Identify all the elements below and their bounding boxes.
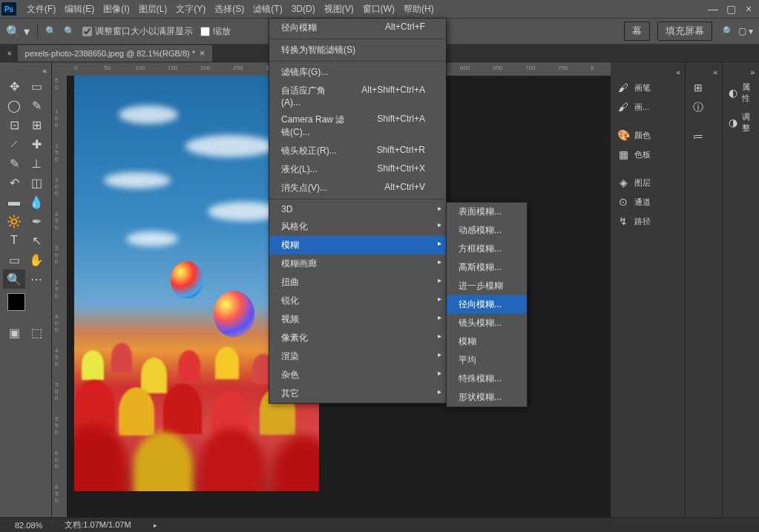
blur-item[interactable]: 形状模糊... <box>447 388 527 407</box>
menu-file[interactable]: 文件(F) <box>22 1 60 18</box>
eyedropper-tool[interactable]: ⟋ <box>3 134 25 154</box>
quickmask-tool[interactable]: ▣ <box>3 323 25 342</box>
minimize-button[interactable]: — <box>704 2 722 16</box>
filter-item[interactable]: 模糊 <box>269 236 446 254</box>
blur-item[interactable]: 进一步模糊 <box>447 277 527 295</box>
healing-tool[interactable]: ✚ <box>25 134 47 154</box>
list-icon[interactable]: ≔ <box>686 127 722 146</box>
zoom-out-icon[interactable]: 🔍 <box>64 26 75 36</box>
filter-item[interactable]: Camera Raw 滤镜(C)...Shift+Ctrl+A <box>269 111 446 142</box>
path-tool[interactable]: ↖ <box>25 231 47 250</box>
collapse-icon[interactable]: » <box>723 67 759 78</box>
document-tab[interactable]: pexels-photo-2388650.jpeg @ 82.1%(RGB/8)… <box>18 45 213 62</box>
filter-item[interactable]: 锐化 <box>269 292 446 310</box>
dodge-tool[interactable]: 🔆 <box>3 211 25 231</box>
brush-preset-panel[interactable]: 🖌画... <box>611 97 685 116</box>
filter-item[interactable]: 3D <box>269 201 446 217</box>
close-button[interactable]: × <box>740 2 758 16</box>
filter-item[interactable]: 其它 <box>269 384 446 403</box>
fill-screen-button[interactable]: 填充屏幕 <box>657 22 712 41</box>
blur-item[interactable]: 特殊模糊... <box>447 370 527 388</box>
menu-3d[interactable]: 3D(D) <box>287 1 320 16</box>
zoom-tool-icon[interactable]: 🔍 ▾ <box>6 24 30 39</box>
screenmode-tool[interactable]: ⬚ <box>25 323 47 342</box>
menu-image[interactable]: 图像(I) <box>99 1 134 18</box>
zoom-tool[interactable]: 🔍 <box>3 269 25 289</box>
blur-item[interactable]: 方框模糊... <box>447 240 527 258</box>
frame-tool[interactable]: ⊞ <box>25 115 47 134</box>
foreground-color[interactable] <box>7 293 25 311</box>
maximize-button[interactable]: ▢ <box>722 2 740 16</box>
zoom-in-icon[interactable]: 🔍 <box>45 26 56 36</box>
filter-item[interactable]: 转换为智能滤镜(S) <box>269 41 446 59</box>
close-tab-button[interactable]: × <box>200 48 205 59</box>
filter-item[interactable]: 像素化 <box>269 329 446 347</box>
quick-select-tool[interactable]: ✎ <box>25 96 47 115</box>
filter-item[interactable]: 液化(L)...Shift+Ctrl+X <box>269 160 446 179</box>
properties-panel[interactable]: ◐属性 <box>723 78 759 108</box>
blur-item[interactable]: 表面模糊... <box>447 203 527 221</box>
move-tool[interactable]: ✥ <box>3 76 25 96</box>
brush-tool[interactable]: ✎ <box>3 154 25 173</box>
color-swatches[interactable] <box>3 293 47 323</box>
gradient-tool[interactable]: ▬ <box>3 192 25 211</box>
adjustments-panel[interactable]: ◑调整 <box>723 108 759 137</box>
zoom-all-checkbox[interactable]: 缩放 <box>200 25 231 38</box>
menu-edit[interactable]: 编辑(E) <box>60 1 99 18</box>
marquee-tool[interactable]: ▭ <box>25 76 47 96</box>
blur-item[interactable]: 镜头模糊... <box>447 314 527 332</box>
workspace-icon[interactable]: ▢ ▾ <box>738 26 753 36</box>
blur-item[interactable]: 径向模糊... <box>447 295 527 314</box>
filter-item[interactable]: 消失点(V)...Alt+Ctrl+V <box>269 179 446 197</box>
share-icon[interactable]: 🔎 <box>720 26 731 36</box>
shape-tool[interactable]: ▭ <box>3 250 25 269</box>
filter-item[interactable]: 视频 <box>269 310 446 329</box>
history-brush-tool[interactable]: ↶ <box>3 173 25 192</box>
history-icon[interactable]: ⊞ <box>686 78 722 97</box>
paths-panel[interactable]: ↯路径 <box>611 211 685 231</box>
collapse-icon[interactable]: « <box>7 49 12 57</box>
crop-tool[interactable]: ⊡ <box>3 115 25 134</box>
color-panel[interactable]: 🎨颜色 <box>611 125 685 145</box>
blur-item[interactable]: 高斯模糊... <box>447 258 527 277</box>
collapse-icon[interactable]: « <box>686 67 722 78</box>
pen-tool[interactable]: ✒ <box>25 211 47 231</box>
menu-filter[interactable]: 滤镜(T) <box>249 1 286 18</box>
swatches-panel[interactable]: ▦色板 <box>611 145 685 164</box>
filter-item[interactable]: 自适应广角(A)...Alt+Shift+Ctrl+A <box>269 82 446 111</box>
hand-tool[interactable]: ✋ <box>25 250 47 269</box>
collapse-icon[interactable]: « <box>3 65 48 76</box>
menu-type[interactable]: 文字(Y) <box>171 1 210 18</box>
layers-panel[interactable]: ◈图层 <box>611 173 685 192</box>
type-tool[interactable]: T <box>3 231 25 250</box>
menu-layer[interactable]: 图层(L) <box>134 1 172 18</box>
filter-item[interactable]: 滤镜库(G)... <box>269 63 446 82</box>
filter-item[interactable]: 杂色 <box>269 366 446 384</box>
brush-panel[interactable]: 🖌画笔 <box>611 78 685 97</box>
zoom-readout[interactable]: 82.08% <box>15 521 42 530</box>
filter-item[interactable]: 风格化 <box>269 217 446 236</box>
doc-info[interactable]: 文档:1.07M/1.07M <box>65 519 131 531</box>
info-icon[interactable]: ⓘ <box>686 97 722 118</box>
menu-view[interactable]: 视图(V) <box>320 1 358 18</box>
resize-window-checkbox[interactable]: 调整窗口大小以满屏显示 <box>82 25 193 38</box>
filter-item[interactable]: 渲染 <box>269 347 446 366</box>
blur-item[interactable]: 模糊 <box>447 332 527 351</box>
filter-item[interactable]: 径向模糊Alt+Ctrl+F <box>269 19 446 37</box>
more-tool[interactable]: ⋯ <box>25 269 47 289</box>
filter-item[interactable]: 扭曲 <box>269 273 446 292</box>
eraser-tool[interactable]: ◫ <box>25 173 47 192</box>
blur-item[interactable]: 平均 <box>447 351 527 370</box>
stamp-tool[interactable]: ⊥ <box>25 154 47 173</box>
channels-panel[interactable]: ⊙通道 <box>611 192 685 211</box>
filter-item[interactable]: 镜头校正(R)...Shift+Ctrl+R <box>269 142 446 160</box>
filter-item[interactable]: 模糊画廊 <box>269 254 446 273</box>
fit-screen-button[interactable]: 幕 <box>624 22 650 41</box>
collapse-icon[interactable]: « <box>611 67 685 78</box>
menu-select[interactable]: 选择(S) <box>210 1 249 18</box>
menu-help[interactable]: 帮助(H) <box>399 1 438 18</box>
blur-item[interactable]: 动感模糊... <box>447 221 527 240</box>
lasso-tool[interactable]: ◯ <box>3 96 25 115</box>
menu-window[interactable]: 窗口(W) <box>358 1 399 18</box>
blur-tool[interactable]: 💧 <box>25 192 47 211</box>
